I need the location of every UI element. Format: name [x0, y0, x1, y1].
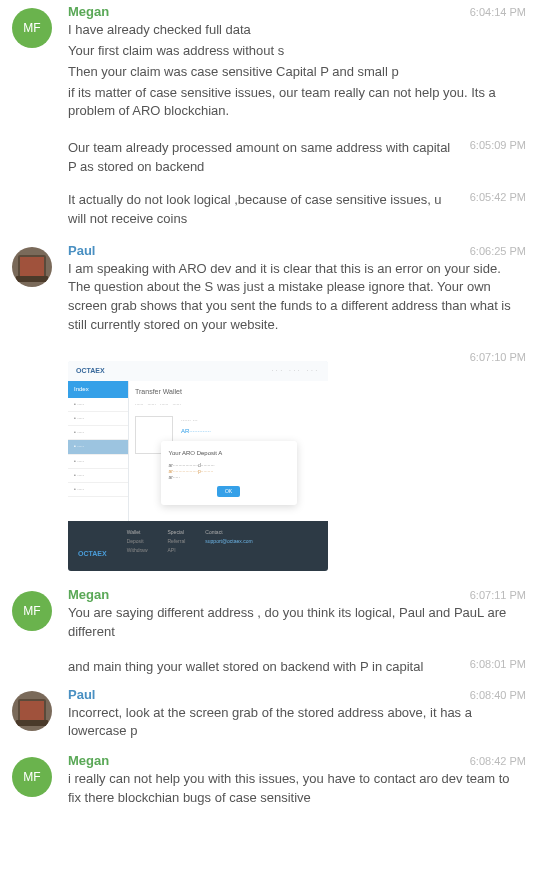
avatar[interactable]: [12, 247, 52, 287]
message-continuation: It actually do not look logical ,because…: [0, 191, 538, 229]
message-body: Our team already processed amount on sam…: [68, 139, 462, 177]
attachment-modal: Your ARO Deposit A ar··················d…: [161, 441, 297, 505]
chat-log: MF Megan 6:04:14 PM I have already check…: [0, 0, 538, 810]
attachment-modal-ok: OK: [217, 486, 240, 497]
avatar-column: MF: [12, 4, 68, 123]
avatar[interactable]: MF: [12, 757, 52, 797]
message-body: You are saying different address , do yo…: [68, 604, 526, 642]
timestamp: 6:08:01 PM: [462, 658, 526, 677]
timestamp: 6:08:40 PM: [462, 689, 526, 701]
sender-name[interactable]: Megan: [68, 4, 109, 19]
attachment-modal-title: Your ARO Deposit A: [169, 449, 289, 458]
avatar[interactable]: MF: [12, 591, 52, 631]
message-body: It actually do not look logical ,because…: [68, 191, 462, 229]
timestamp: 6:04:14 PM: [462, 6, 526, 18]
avatar[interactable]: [12, 691, 52, 731]
avatar-column: [12, 243, 68, 335]
attachment-title: Transfer Wallet: [135, 387, 322, 397]
timestamp: 6:08:42 PM: [462, 755, 526, 767]
message: Paul 6:08:40 PM Incorrect, look at the s…: [0, 683, 538, 744]
image-attachment[interactable]: OCTAEX ··· ··· ··· Index • ····· • ·····…: [68, 361, 328, 571]
sender-name[interactable]: Megan: [68, 587, 109, 602]
message-body: I have already checked full data Your fi…: [68, 21, 526, 121]
message: Paul 6:06:25 PM I am speaking with ARO d…: [0, 239, 538, 337]
avatar-column: MF: [12, 587, 68, 642]
message-body: and main thing your wallet stored on bac…: [68, 658, 462, 677]
message-line: if its matter of case sensitive issues, …: [68, 84, 522, 122]
timestamp: 6:05:42 PM: [462, 191, 526, 229]
timestamp: 6:07:11 PM: [462, 589, 526, 601]
attachment-side-header: Index: [68, 381, 128, 398]
message-continuation: Our team already processed amount on sam…: [0, 139, 538, 177]
avatar-column: [12, 687, 68, 742]
timestamp: 6:06:25 PM: [462, 245, 526, 257]
message-body: Incorrect, look at the screen grab of th…: [68, 704, 526, 742]
timestamp: 6:05:09 PM: [462, 139, 526, 177]
sender-name[interactable]: Megan: [68, 753, 109, 768]
attachment-nav: ··· ··· ···: [272, 367, 320, 374]
message-line: Then your claim was case sensitive Capit…: [68, 63, 522, 82]
message: MF Megan 6:04:14 PM I have already check…: [0, 0, 538, 125]
avatar-column: MF: [12, 753, 68, 808]
avatar[interactable]: MF: [12, 8, 52, 48]
message-body: i really can not help you with this issu…: [68, 770, 526, 808]
message-body: I am speaking with ARO dev and it is cle…: [68, 260, 526, 335]
sender-name[interactable]: Paul: [68, 243, 95, 258]
sender-name[interactable]: Paul: [68, 687, 95, 702]
message: MF Megan 6:07:11 PM You are saying diffe…: [0, 583, 538, 644]
message: MF Megan 6:08:42 PM i really can not hel…: [0, 749, 538, 810]
attachment-logo: OCTAEX: [76, 366, 105, 376]
message-continuation: OCTAEX ··· ··· ··· Index • ····· • ·····…: [0, 351, 538, 577]
timestamp: 6:07:10 PM: [462, 351, 526, 577]
attachment-footer-logo: OCTAEX: [78, 549, 107, 559]
message-line: Your first claim was address without s: [68, 42, 522, 61]
message-line: I have already checked full data: [68, 21, 522, 40]
message-continuation: and main thing your wallet stored on bac…: [0, 658, 538, 677]
